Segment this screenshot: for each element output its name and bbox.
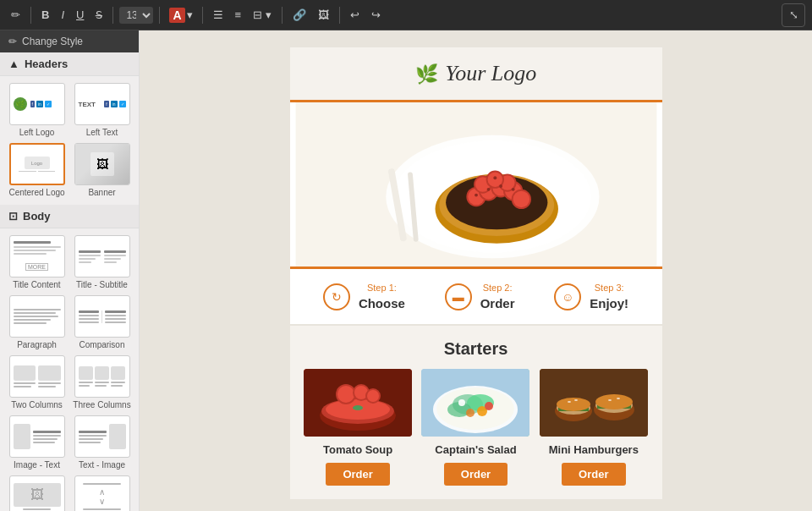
- para-preview: [10, 305, 64, 327]
- sidebar-item-centered-logo[interactable]: Logo Centered Logo: [7, 143, 67, 198]
- body-grid: MORE Title Content: [0, 228, 139, 511]
- sep1: [30, 7, 31, 24]
- sidebar-item-three-columns[interactable]: Three Columns: [72, 355, 132, 410]
- bold-btn[interactable]: B: [37, 7, 53, 23]
- sep2: [112, 7, 113, 24]
- three-columns-label: Three Columns: [73, 400, 130, 410]
- tc-preview: MORE: [10, 238, 64, 276]
- banner-label: Banner: [88, 188, 115, 198]
- captains-salad-image: [421, 369, 529, 437]
- steps-section: ↻ Step 1: Choose ▬ Step 2: Order ☺: [290, 269, 662, 326]
- step-3: ☺ Step 3: Enjoy!: [554, 283, 628, 310]
- title-content-label: Title Content: [13, 280, 60, 290]
- 2col-preview: [10, 362, 64, 391]
- headers-grid: 🌿 f in ✓ Left Logo TEXT: [0, 76, 139, 205]
- mini-hamburgers-name: Mini Hamburgers: [549, 443, 639, 456]
- svg-point-48: [485, 402, 493, 410]
- sidebar-item-left-text[interactable]: TEXT f in ✓ Left Text: [72, 83, 132, 138]
- logo-circle: 🌿: [14, 97, 27, 111]
- font-size-select[interactable]: 13 ▾: [119, 7, 153, 24]
- pencil-btn[interactable]: ✏: [7, 7, 25, 23]
- main-area: ✏ Change Style ▲ Headers 🌿 f in ✓: [0, 30, 812, 511]
- sidebar-item-title-content[interactable]: MORE Title Content: [7, 235, 67, 290]
- social-icons: f in ✓: [30, 101, 52, 107]
- centered-logo-label: Centered Logo: [8, 188, 64, 198]
- title-subtitle-thumb: [74, 235, 130, 277]
- left-text-label: Left Text: [86, 128, 118, 138]
- change-style-bar[interactable]: ✏ Change Style: [0, 30, 139, 52]
- sidebar-item-two-columns[interactable]: Two Columns: [7, 355, 67, 410]
- headers-label: Headers: [25, 58, 68, 70]
- svg-point-49: [458, 399, 465, 406]
- image-text-thumb: [9, 415, 65, 458]
- sidebar-item-image[interactable]: 🖼 Image: [7, 475, 67, 511]
- sidebar-item-banner[interactable]: 🖼 Banner: [72, 143, 132, 198]
- two-columns-thumb: [9, 355, 65, 398]
- number-list-btn[interactable]: ≡: [231, 7, 246, 23]
- svg-point-55: [557, 398, 590, 411]
- step-3-label: Enjoy!: [590, 296, 628, 310]
- 3col-preview: [75, 363, 129, 390]
- sidebar-item-left-logo[interactable]: 🌿 f in ✓ Left Logo: [7, 83, 67, 138]
- sidebar-item-title-subtitle[interactable]: Title - Subtitle: [72, 235, 132, 290]
- font-color-btn[interactable]: A ▾: [166, 6, 195, 25]
- align-btn[interactable]: ⊟ ▾: [249, 7, 276, 23]
- sidebar-item-image-text[interactable]: Image - Text: [7, 415, 67, 470]
- comparison-thumb: [74, 295, 130, 338]
- step-2: ▬ Step 2: Order: [445, 283, 515, 310]
- sidebar-item-comparison[interactable]: Comparison: [72, 295, 132, 350]
- text-image-label: Text - Image: [79, 460, 125, 470]
- color-a-icon: A: [169, 8, 184, 23]
- tomato-soup-name: Tomato Soup: [323, 443, 392, 456]
- sep5: [282, 7, 283, 24]
- svg-point-60: [595, 394, 633, 409]
- mini-hamburgers-image: [540, 369, 648, 437]
- sidebar-item-text-image[interactable]: Text - Image: [72, 415, 132, 470]
- sep-preview: ∧∨: [75, 480, 129, 511]
- underline-btn[interactable]: U: [72, 7, 88, 23]
- step-2-text: Step 2: Order: [480, 283, 515, 310]
- step-1-icon: ↻: [323, 283, 350, 310]
- redo-btn[interactable]: ↪: [367, 7, 385, 23]
- bullet-list-btn[interactable]: ☰: [209, 7, 228, 23]
- image-btn[interactable]: 🖼: [314, 7, 333, 23]
- image-text-label: Image - Text: [14, 460, 60, 470]
- body-label: Body: [23, 210, 51, 223]
- body-icon: ⊡: [8, 210, 18, 223]
- link-btn[interactable]: 🔗: [288, 7, 310, 23]
- expand-btn[interactable]: ⤡: [782, 3, 805, 27]
- step-2-icon: ▬: [445, 283, 472, 310]
- hero-section: [290, 100, 662, 269]
- captains-salad-name: Captain's Salad: [435, 443, 516, 456]
- headers-section-header[interactable]: ▲ Headers: [0, 52, 139, 76]
- svg-point-61: [568, 401, 571, 403]
- step-1-text: Step 1: Choose: [359, 283, 405, 310]
- starter-tomato-soup: Tomato Soup Order: [304, 369, 413, 486]
- banner-preview: 🖼: [75, 144, 129, 184]
- step-2-num: Step 2:: [483, 283, 513, 293]
- svg-point-15: [513, 191, 529, 207]
- tomato-soup-order-btn[interactable]: Order: [326, 463, 389, 486]
- paragraph-thumb: [9, 295, 65, 338]
- sidebar-item-separator[interactable]: ∧∨ Separator: [72, 475, 132, 511]
- svg-point-25: [511, 188, 514, 191]
- body-section-header[interactable]: ⊡ Body: [0, 205, 139, 228]
- comp-preview: [75, 307, 129, 327]
- step-1: ↻ Step 1: Choose: [323, 283, 405, 310]
- svg-point-62: [574, 399, 578, 401]
- left-logo-thumb: 🌿 f in ✓: [9, 83, 65, 125]
- undo-btn[interactable]: ↩: [346, 7, 364, 23]
- starter-captains-salad: Captain's Salad Order: [421, 369, 530, 486]
- svg-point-47: [466, 409, 475, 417]
- title-content-thumb: MORE: [9, 235, 65, 277]
- italic-btn[interactable]: I: [57, 7, 69, 23]
- svg-point-63: [608, 399, 612, 401]
- mini-hamburgers-order-btn[interactable]: Order: [562, 463, 625, 486]
- captains-salad-order-btn[interactable]: Order: [444, 463, 508, 486]
- step-1-label: Choose: [359, 296, 405, 310]
- pencil-icon: ✏: [8, 36, 17, 47]
- logo-icon: 🌿: [415, 63, 438, 85]
- starters-grid: Tomato Soup Order: [304, 369, 649, 486]
- strikethrough-btn[interactable]: S̶: [91, 7, 107, 23]
- sidebar-item-paragraph[interactable]: Paragraph: [7, 295, 67, 350]
